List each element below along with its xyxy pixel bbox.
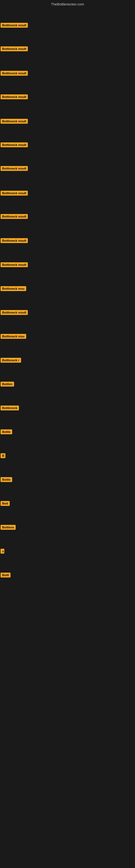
bottleneck-item-7: Bottleneck result bbox=[1, 166, 28, 172]
bottleneck-item-4: Bottleneck result bbox=[1, 94, 28, 100]
site-header: TheBottlenecker.com bbox=[0, 0, 135, 7]
bottleneck-badge-16[interactable]: Bottlen bbox=[1, 382, 14, 386]
bottleneck-item-17: Bottleneck bbox=[1, 405, 19, 411]
bottleneck-badge-1[interactable]: Bottleneck result bbox=[1, 23, 28, 28]
bottleneck-item-14: Bottleneck resu bbox=[1, 334, 26, 340]
bottleneck-badge-17[interactable]: Bottleneck bbox=[1, 405, 19, 410]
bottleneck-badge-23[interactable]: s bbox=[1, 549, 4, 554]
bottleneck-badge-11[interactable]: Bottleneck result bbox=[1, 262, 28, 267]
page-wrapper: TheBottlenecker.com Bottleneck resultBot… bbox=[0, 0, 135, 868]
bottleneck-badge-21[interactable]: Bott bbox=[1, 501, 10, 506]
bottleneck-badge-3[interactable]: Bottleneck result bbox=[1, 71, 28, 76]
bottleneck-item-13: Bottleneck result bbox=[1, 310, 28, 316]
bottleneck-item-20: Bottle bbox=[1, 477, 12, 483]
bottleneck-badge-18[interactable]: Bottle bbox=[1, 429, 12, 434]
bottleneck-badge-6[interactable]: Bottleneck result bbox=[1, 143, 28, 147]
bottleneck-badge-24[interactable]: Bottl bbox=[1, 572, 10, 578]
bottleneck-item-2: Bottleneck result bbox=[1, 46, 28, 52]
bottleneck-badge-22[interactable]: Bottlens bbox=[1, 525, 16, 530]
bottleneck-item-18: Bottle bbox=[1, 429, 12, 435]
bottleneck-item-1: Bottleneck result bbox=[1, 23, 28, 29]
bottleneck-item-21: Bott bbox=[1, 501, 10, 507]
bottleneck-item-3: Bottleneck result bbox=[1, 71, 28, 77]
bottleneck-item-8: Bottleneck result bbox=[1, 191, 28, 197]
bottleneck-badge-7[interactable]: Bottleneck result bbox=[1, 166, 28, 171]
bottleneck-item-15: Bottleneck r bbox=[1, 358, 21, 364]
bottleneck-badge-10[interactable]: Bottleneck result bbox=[1, 238, 28, 243]
bottleneck-list: Bottleneck resultBottleneck resultBottle… bbox=[0, 7, 135, 868]
bottleneck-badge-8[interactable]: Bottleneck result bbox=[1, 191, 28, 195]
bottleneck-item-9: Bottleneck result bbox=[1, 214, 28, 220]
bottleneck-item-5: Bottleneck result bbox=[1, 119, 28, 125]
bottleneck-item-16: Bottlen bbox=[1, 382, 14, 388]
bottleneck-badge-15[interactable]: Bottleneck r bbox=[1, 358, 21, 363]
bottleneck-badge-4[interactable]: Bottleneck result bbox=[1, 94, 28, 99]
bottleneck-badge-9[interactable]: Bottleneck result bbox=[1, 214, 28, 219]
bottleneck-badge-19[interactable]: B bbox=[1, 453, 5, 458]
bottleneck-item-10: Bottleneck result bbox=[1, 238, 28, 244]
bottleneck-item-11: Bottleneck result bbox=[1, 262, 28, 268]
bottleneck-item-12: Bottleneck resu bbox=[1, 286, 26, 292]
bottleneck-badge-14[interactable]: Bottleneck resu bbox=[1, 334, 26, 339]
bottleneck-item-22: Bottlens bbox=[1, 525, 16, 531]
bottleneck-badge-12[interactable]: Bottleneck resu bbox=[1, 286, 26, 291]
bottleneck-badge-2[interactable]: Bottleneck result bbox=[1, 46, 28, 51]
bottleneck-badge-13[interactable]: Bottleneck result bbox=[1, 310, 28, 315]
site-title: TheBottlenecker.com bbox=[51, 2, 84, 6]
bottleneck-item-23: s bbox=[1, 549, 4, 555]
bottleneck-badge-5[interactable]: Bottleneck result bbox=[1, 119, 28, 124]
bottleneck-item-24: Bottl bbox=[1, 572, 10, 579]
bottleneck-badge-20[interactable]: Bottle bbox=[1, 477, 12, 482]
bottleneck-item-19: B bbox=[1, 453, 5, 459]
bottleneck-item-6: Bottleneck result bbox=[1, 143, 28, 148]
